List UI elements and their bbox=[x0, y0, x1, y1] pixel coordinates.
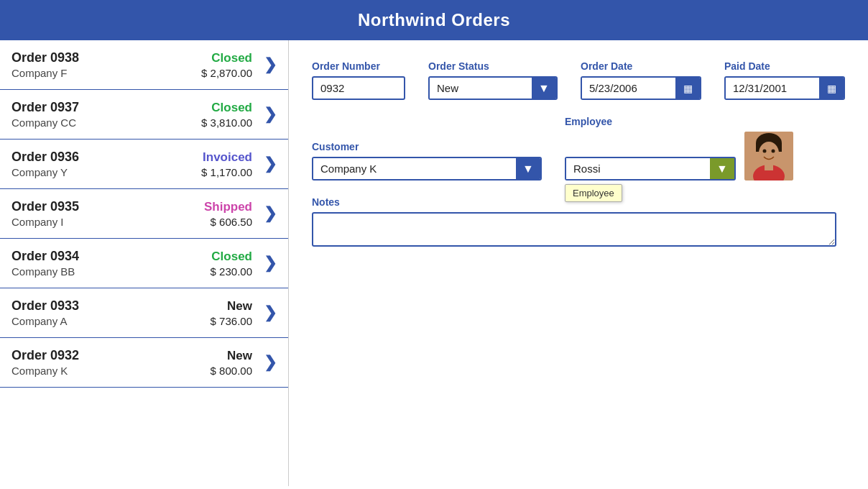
order-status-label: Order Status bbox=[428, 60, 558, 72]
paid-date-calendar-button[interactable]: ▦ bbox=[819, 78, 844, 99]
customer-group: Customer Company K ▼ bbox=[312, 141, 542, 180]
paid-date-input[interactable] bbox=[726, 78, 819, 99]
order-number-group: Order Number bbox=[312, 60, 405, 100]
app-header: Northwind Orders bbox=[0, 0, 868, 40]
calendar-icon-2: ▦ bbox=[827, 83, 836, 94]
order-number-label: Order Number bbox=[312, 60, 405, 72]
order-right: New $ 800.00 bbox=[211, 349, 252, 377]
order-right: Closed $ 3,810.00 bbox=[201, 101, 252, 129]
order-number-text: Order 0932 bbox=[11, 348, 211, 363]
order-right: Closed $ 2,870.00 bbox=[201, 51, 252, 79]
order-status-value: New bbox=[430, 78, 532, 99]
form-row-2: Customer Company K ▼ Employee bbox=[312, 116, 845, 180]
order-company-text: Company Y bbox=[11, 166, 201, 178]
employee-photo bbox=[744, 132, 793, 180]
order-amount-text: $ 3,810.00 bbox=[201, 116, 252, 129]
svg-rect-7 bbox=[765, 163, 773, 170]
list-item[interactable]: Order 0936 Company Y Invoiced $ 1,170.00… bbox=[0, 140, 288, 189]
dropdown-arrow-icon: ▼ bbox=[538, 82, 550, 95]
order-number-input[interactable] bbox=[312, 76, 405, 100]
customer-dropdown-arrow-icon: ▼ bbox=[522, 163, 534, 175]
order-company-text: Company BB bbox=[11, 265, 211, 278]
employee-section: ▼ Employee bbox=[565, 132, 793, 180]
paid-date-label: Paid Date bbox=[724, 60, 845, 72]
form-row-1: Order Number Order Status New ▼ Order Da… bbox=[312, 60, 845, 100]
order-info: Order 0932 Company K bbox=[11, 348, 211, 377]
chevron-icon: ❯ bbox=[264, 204, 277, 223]
employee-dropdown-button[interactable]: ▼ bbox=[710, 158, 734, 179]
chevron-icon: ❯ bbox=[264, 353, 277, 372]
order-amount-text: $ 1,170.00 bbox=[201, 166, 252, 178]
employee-label: Employee bbox=[565, 116, 793, 127]
order-status-text: Closed bbox=[201, 101, 252, 115]
detail-panel: Order Number Order Status New ▼ Order Da… bbox=[289, 40, 868, 486]
customer-select-wrapper: Company K ▼ bbox=[312, 157, 542, 180]
order-number-text: Order 0937 bbox=[11, 100, 201, 115]
order-info: Order 0936 Company Y bbox=[11, 150, 201, 178]
order-status-text: Shipped bbox=[204, 200, 252, 214]
chevron-icon: ❯ bbox=[264, 254, 277, 273]
order-status-select-wrapper: New ▼ bbox=[428, 76, 558, 100]
customer-value: Company K bbox=[313, 158, 516, 179]
list-item[interactable]: Order 0938 Company F Closed $ 2,870.00 ❯ bbox=[0, 40, 288, 90]
order-right: Closed $ 230.00 bbox=[211, 250, 252, 278]
employee-dropdown-arrow-icon: ▼ bbox=[716, 163, 728, 175]
order-date-input-wrapper: ▦ bbox=[581, 76, 701, 100]
order-right: Shipped $ 606.50 bbox=[204, 200, 252, 228]
order-right: New $ 736.00 bbox=[211, 299, 252, 327]
list-item[interactable]: Order 0933 Company A New $ 736.00 ❯ bbox=[0, 288, 288, 338]
order-right: Invoiced $ 1,170.00 bbox=[201, 150, 252, 178]
form-row-3: Notes bbox=[312, 196, 845, 247]
svg-point-4 bbox=[763, 150, 767, 153]
order-info: Order 0934 Company BB bbox=[11, 249, 211, 278]
order-info: Order 0938 Company F bbox=[11, 50, 201, 79]
order-status-group: Order Status New ▼ bbox=[428, 60, 558, 100]
svg-point-3 bbox=[759, 142, 779, 165]
notes-group: Notes bbox=[312, 196, 836, 247]
order-status-text: Closed bbox=[201, 51, 252, 65]
order-amount-text: $ 2,870.00 bbox=[201, 67, 252, 79]
order-amount-text: $ 800.00 bbox=[211, 365, 252, 377]
paid-date-input-wrapper: ▦ bbox=[724, 76, 845, 100]
chevron-icon: ❯ bbox=[264, 55, 277, 74]
chevron-icon: ❯ bbox=[264, 303, 277, 322]
order-amount-text: $ 736.00 bbox=[211, 315, 252, 327]
order-number-text: Order 0934 bbox=[11, 249, 211, 264]
list-item[interactable]: Order 0934 Company BB Closed $ 230.00 ❯ bbox=[0, 239, 288, 288]
list-item[interactable]: Order 0932 Company K New $ 800.00 ❯ bbox=[0, 338, 288, 388]
order-status-text: Closed bbox=[211, 250, 252, 264]
employee-tooltip: Employee bbox=[565, 184, 622, 202]
order-list: Order 0938 Company F Closed $ 2,870.00 ❯… bbox=[0, 40, 289, 486]
order-amount-text: $ 606.50 bbox=[204, 216, 252, 228]
order-status-text: New bbox=[211, 349, 252, 363]
order-number-text: Order 0935 bbox=[11, 199, 204, 214]
order-status-text: Invoiced bbox=[201, 150, 252, 165]
list-item[interactable]: Order 0935 Company I Shipped $ 606.50 ❯ bbox=[0, 189, 288, 239]
order-company-text: Company A bbox=[11, 315, 211, 327]
app-title: Northwind Orders bbox=[358, 10, 510, 29]
order-info: Order 0937 Company CC bbox=[11, 100, 201, 129]
order-company-text: Company K bbox=[11, 365, 211, 377]
order-company-text: Company I bbox=[11, 216, 204, 228]
main-layout: Order 0938 Company F Closed $ 2,870.00 ❯… bbox=[0, 40, 868, 486]
employee-input[interactable] bbox=[566, 158, 710, 179]
order-info: Order 0933 Company A bbox=[11, 298, 211, 327]
order-date-label: Order Date bbox=[581, 60, 701, 72]
paid-date-group: Paid Date ▦ bbox=[724, 60, 845, 100]
order-status-text: New bbox=[211, 299, 252, 314]
employee-select-wrapper: ▼ bbox=[565, 157, 736, 180]
order-status-dropdown-button[interactable]: ▼ bbox=[532, 78, 556, 99]
order-info: Order 0935 Company I bbox=[11, 199, 204, 228]
employee-group: Employee ▼ Employee bbox=[565, 116, 793, 180]
employee-input-area: ▼ Employee bbox=[565, 157, 736, 180]
order-company-text: Company CC bbox=[11, 116, 201, 129]
list-item[interactable]: Order 0937 Company CC Closed $ 3,810.00 … bbox=[0, 90, 288, 140]
order-date-calendar-button[interactable]: ▦ bbox=[675, 78, 700, 99]
order-amount-text: $ 230.00 bbox=[211, 265, 252, 278]
order-date-input[interactable] bbox=[582, 78, 675, 99]
order-number-text: Order 0938 bbox=[11, 50, 201, 65]
customer-dropdown-button[interactable]: ▼ bbox=[516, 158, 540, 179]
notes-input[interactable] bbox=[312, 212, 836, 247]
customer-label: Customer bbox=[312, 141, 542, 152]
order-number-text: Order 0936 bbox=[11, 150, 201, 165]
